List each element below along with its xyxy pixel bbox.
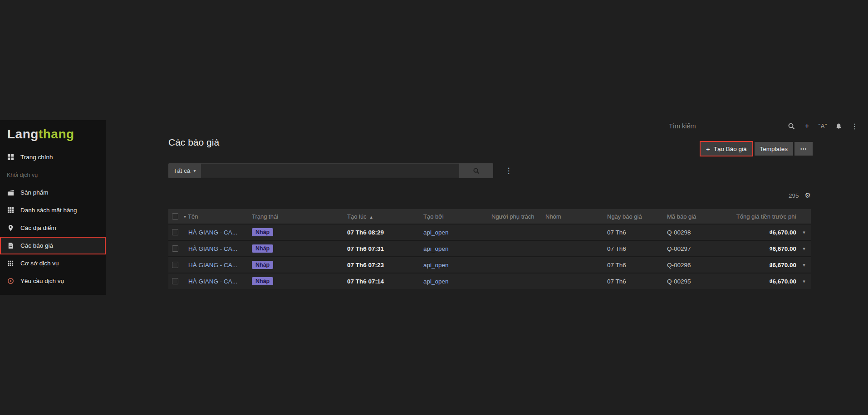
- table-row[interactable]: HÀ GIANG - CA... Nháp 07 Th6 07:31 api_o…: [168, 240, 811, 256]
- target-icon: [7, 278, 15, 284]
- plus-icon[interactable]: +: [799, 122, 815, 130]
- row-dropdown-icon[interactable]: ▾: [797, 229, 811, 235]
- cell-quote-code: Q-00295: [660, 278, 719, 285]
- templates-button[interactable]: Templates: [755, 142, 794, 156]
- quote-name-link[interactable]: HÀ GIANG - CA...: [188, 278, 237, 285]
- sidebar-item-co-so-dich-vu[interactable]: Cơ sở dịch vụ: [0, 254, 106, 272]
- chevron-down-icon[interactable]: ▾: [184, 214, 186, 219]
- topbar-kebab-icon[interactable]: ⋮: [847, 122, 863, 131]
- create-quote-label: Tạo Báo giá: [714, 146, 747, 152]
- gear-icon[interactable]: ⚙: [805, 191, 811, 200]
- record-count: 295: [789, 192, 799, 199]
- header-assignee[interactable]: Người phụ trách: [491, 213, 545, 220]
- filter-bar: Tất cả ▾ ⋮: [168, 163, 513, 178]
- row-checkbox[interactable]: [172, 245, 178, 252]
- header-quote-date[interactable]: Ngày báo giá: [600, 213, 660, 220]
- row-dropdown-icon[interactable]: ▾: [797, 262, 811, 268]
- filter-search-input[interactable]: [201, 163, 459, 178]
- header-total[interactable]: Tổng giá tiền trước phí: [719, 213, 797, 220]
- row-checkbox-cell: [168, 245, 182, 252]
- status-badge: Nháp: [252, 244, 273, 253]
- sidebar-item-danh-sach-mat-hang[interactable]: Danh sách mặt hàng: [0, 201, 106, 219]
- global-search-input[interactable]: [669, 122, 783, 130]
- sidebar-item-label: Các địa điểm: [20, 225, 56, 231]
- sidebar-item-trang-chinh[interactable]: Trang chính: [0, 148, 106, 166]
- header-created-at[interactable]: Tạo lúc▲: [347, 213, 423, 220]
- row-checkbox[interactable]: [172, 262, 178, 268]
- cell-created-by: api_open: [423, 245, 491, 252]
- created-by-link[interactable]: api_open: [423, 229, 449, 236]
- page-title: Các báo giá: [168, 137, 219, 148]
- cell-quote-date: 07 Th6: [600, 262, 660, 269]
- filter-all-label: Tất cả: [173, 167, 191, 174]
- grid-icon: [7, 154, 15, 161]
- cell-created-by: api_open: [423, 278, 491, 285]
- select-all-checkbox[interactable]: [172, 213, 178, 220]
- filter-all-dropdown[interactable]: Tất cả ▾: [168, 163, 201, 178]
- header-status[interactable]: Trạng thái: [252, 213, 347, 220]
- sidebar-item-label: Danh sách mặt hàng: [20, 207, 77, 214]
- cell-total: ₫6,670.00: [719, 229, 797, 236]
- cell-name: HÀ GIANG - CA...: [182, 245, 252, 252]
- quote-name-link[interactable]: HÀ GIANG - CA...: [188, 229, 237, 236]
- cell-name: HÀ GIANG - CA...: [182, 229, 252, 236]
- sidebar-item-cac-bao-gia[interactable]: Các báo giá: [0, 237, 106, 254]
- status-badge: Nháp: [252, 261, 273, 269]
- logo-part-1: Lang: [7, 127, 39, 142]
- cell-status: Nháp: [252, 277, 347, 285]
- sidebar-section-khoi-dich-vu: Khối dịch vụ: [0, 166, 106, 184]
- cell-created-by: api_open: [423, 229, 491, 236]
- sidebar-item-san-pham[interactable]: Sản phẩm: [0, 184, 106, 201]
- cell-created-at: 07 Th6 07:31: [347, 245, 423, 252]
- sort-asc-icon: ▲: [369, 215, 373, 220]
- invoice-file-icon: [7, 242, 15, 249]
- row-checkbox[interactable]: [172, 229, 178, 235]
- create-quote-button[interactable]: + Tạo Báo giá: [700, 141, 753, 156]
- cell-quote-date: 07 Th6: [600, 229, 660, 236]
- sidebar-item-label: Các báo giá: [20, 242, 53, 249]
- cell-status: Nháp: [252, 244, 347, 253]
- row-checkbox[interactable]: [172, 278, 178, 284]
- sidebar-item-label: Sản phẩm: [20, 189, 49, 196]
- cell-quote-date: 07 Th6: [600, 278, 660, 285]
- more-actions-button[interactable]: •••: [794, 142, 813, 156]
- table-row[interactable]: HÀ GIANG - CA... Nháp 07 Th6 07:14 api_o…: [168, 273, 811, 289]
- created-by-link[interactable]: api_open: [423, 262, 449, 269]
- cell-status: Nháp: [252, 228, 347, 236]
- header-quote-code[interactable]: Mã báo giá: [660, 213, 719, 220]
- filter-search-button[interactable]: [459, 163, 493, 178]
- sidebar-item-yeu-cau-dich-vu[interactable]: Yêu cầu dịch vụ: [0, 272, 106, 290]
- cell-created-at: 07 Th6 07:14: [347, 278, 423, 285]
- created-by-link[interactable]: api_open: [423, 278, 449, 285]
- logo-part-2: thang: [39, 127, 74, 142]
- plus-icon: +: [706, 145, 710, 153]
- header-name[interactable]: ▾ Tên: [182, 213, 252, 220]
- table-row[interactable]: HÀ GIANG - CA... Nháp 07 Th6 08:29 api_o…: [168, 224, 811, 240]
- sidebar: Langthang Trang chính Khối dịch vụ Sản p…: [0, 120, 106, 295]
- sidebar-item-cac-dia-diem[interactable]: Các địa điểm: [0, 219, 106, 237]
- header-created-by[interactable]: Tạo bởi: [423, 213, 491, 220]
- bell-icon[interactable]: [831, 123, 847, 130]
- chevron-down-icon: ▾: [194, 168, 196, 173]
- quote-name-link[interactable]: HÀ GIANG - CA...: [188, 245, 237, 252]
- clapper-icon: [7, 189, 15, 196]
- created-by-link[interactable]: api_open: [423, 245, 449, 252]
- cell-total: ₫6,670.00: [719, 278, 797, 285]
- translate-icon[interactable]: "A": [815, 123, 831, 129]
- sidebar-section-label: Khối dịch vụ: [7, 172, 38, 178]
- search-icon[interactable]: [783, 122, 799, 130]
- status-badge: Nháp: [252, 277, 273, 285]
- cell-name: HÀ GIANG - CA...: [182, 278, 252, 285]
- row-checkbox-cell: [168, 229, 182, 235]
- app-logo[interactable]: Langthang: [0, 120, 106, 148]
- table-row[interactable]: HÀ GIANG - CA... Nháp 07 Th6 07:23 api_o…: [168, 256, 811, 273]
- action-buttons: + Tạo Báo giá Templates •••: [700, 141, 813, 156]
- header-group[interactable]: Nhóm: [545, 213, 600, 220]
- row-dropdown-icon[interactable]: ▾: [797, 246, 811, 252]
- table-header: ▾ Tên Trạng thái Tạo lúc▲ Tạo bởi Người …: [168, 209, 811, 224]
- cell-created-at: 07 Th6 08:29: [347, 229, 423, 236]
- row-dropdown-icon[interactable]: ▾: [797, 278, 811, 284]
- quote-name-link[interactable]: HÀ GIANG - CA...: [188, 262, 237, 269]
- filter-kebab-icon[interactable]: ⋮: [505, 166, 513, 176]
- sidebar-item-label: Cơ sở dịch vụ: [20, 260, 59, 267]
